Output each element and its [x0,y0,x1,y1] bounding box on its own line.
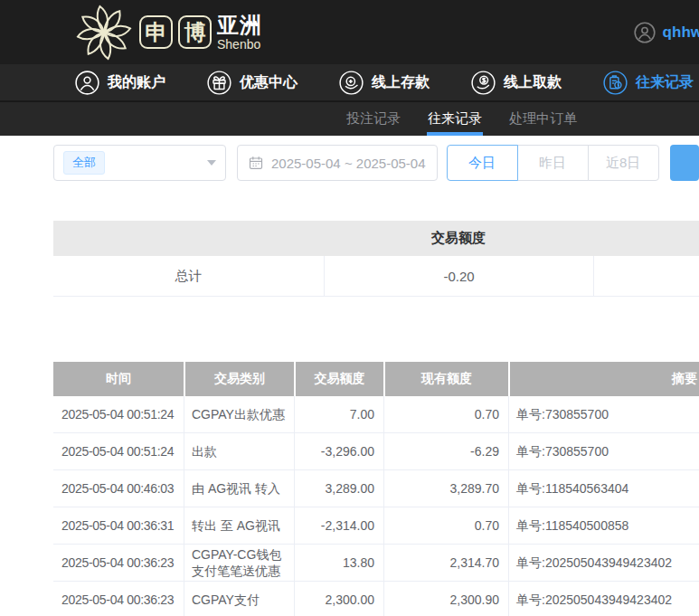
nav-item-promotions[interactable]: 优惠中心 [207,71,298,95]
yesterday-button[interactable]: 昨日 [517,145,589,181]
cell-memo: 单号:118540500858 [508,507,699,545]
cell-balance: -6.29 [383,433,508,470]
cell-memo: 单号:202505043949423402 [508,545,699,582]
logo-char-shen: 申 [139,15,173,49]
last-8-days-button[interactable]: 近8日 [588,145,659,181]
cell-balance: 2,314.70 [383,545,508,582]
cell-time: 2025-05-04 00:51:24 [53,396,184,433]
cell-amount: 7.00 [294,396,383,433]
tab-label: 往来记录 [428,110,482,128]
tab-transaction-records[interactable]: 往来记录 [428,102,482,136]
date-range-value: 2025-05-04 ~ 2025-05-04 [271,156,426,171]
today-button[interactable]: 今日 [447,145,518,181]
cell-type: 转出 至 AG视讯 [184,507,294,545]
cell-type: CGPAY支付 [184,582,294,616]
cell-memo: 单号:730855700 [508,396,699,433]
table-row: 2025-05-04 00:51:24 出款 -3,296.00 -6.29 单… [53,433,699,470]
cell-time: 2025-05-04 00:46:03 [53,470,184,507]
summary-total-row: 总计 -0.20 [53,256,699,297]
cell-balance: 0.70 [383,396,508,433]
deposit-coin-icon [339,71,364,95]
cell-memo: 单号:118540563404 [508,470,699,507]
gift-icon [207,71,231,95]
chevron-down-icon [207,160,216,166]
col-header-type: 交易类别 [184,362,294,396]
main-nav: 我的账户 优惠中心 线上存款 线上取款 [0,64,699,100]
cell-type: 由 AG视讯 转入 [184,470,294,507]
search-button[interactable] [670,145,699,181]
summary-header-empty [593,221,699,256]
cell-amount: 3,289.00 [294,470,383,507]
col-header-amount: 交易额度 [294,362,383,396]
cell-balance: 3,289.70 [383,470,508,507]
col-header-memo: 摘要 [508,362,699,396]
active-tab-underline [427,132,483,136]
cell-amount: -3,296.00 [294,433,383,470]
logo-subtitle: Shenbo [217,38,262,51]
summary-total-value: -0.20 [324,256,593,296]
cell-type: CGPAY出款优惠 [184,396,294,433]
cell-balance: 2,300.90 [383,582,508,616]
summary-header-row: 交易额度 [53,221,699,256]
cell-memo: 单号:202505043949423402 [508,582,699,616]
top-header: 申 博 亚洲 Shenbo qhhw [0,0,699,64]
nav-item-deposit[interactable]: 线上存款 [339,71,430,95]
table-row: 2025-05-04 00:36:23 CGPAY-CG钱包支付笔笔送优惠 13… [53,545,699,582]
sub-nav: 投注记录 往来记录 处理中订单 [0,100,699,136]
nav-label: 往来记录 [636,73,694,92]
summary-empty-cell [593,256,699,296]
tab-betting-records[interactable]: 投注记录 [346,102,401,136]
table-row: 2025-05-04 00:36:23 CGPAY支付 2,300.00 2,3… [53,582,699,616]
user-account[interactable]: qhhw [634,0,699,64]
cell-amount: 2,300.00 [294,582,383,616]
cell-time: 2025-05-04 00:36:23 [53,582,184,616]
nav-item-withdraw[interactable]: 线上取款 [471,71,562,95]
nav-item-my-account[interactable]: 我的账户 [75,71,165,95]
table-row: 2025-05-04 00:36:31 转出 至 AG视讯 -2,314.00 … [53,507,699,545]
table-row: 2025-05-04 00:51:24 CGPAY出款优惠 7.00 0.70 … [53,396,699,433]
tab-label: 处理中订单 [509,110,577,128]
table-header-row: 时间 交易类别 交易额度 现有额度 摘要 [53,362,699,396]
date-range-picker[interactable]: 2025-05-04 ~ 2025-05-04 [237,145,438,181]
type-select[interactable]: 全部 [53,145,226,181]
nav-label: 线上存款 [372,73,430,92]
cell-time: 2025-05-04 00:51:24 [53,433,184,470]
tab-label: 投注记录 [346,110,401,128]
nav-label: 线上取款 [504,73,562,92]
quick-date-buttons: 今日 昨日 近8日 [447,145,659,181]
summary-table: 交易额度 总计 -0.20 [53,221,699,297]
cell-type: 出款 [184,433,294,470]
cell-type: CGPAY-CG钱包支付笔笔送优惠 [184,545,294,582]
summary-header-amount: 交易额度 [324,221,593,256]
cell-memo: 单号:730855700 [508,433,699,470]
brand-logo[interactable]: 申 博 亚洲 Shenbo [76,5,262,61]
selected-type-tag[interactable]: 全部 [63,151,105,175]
withdraw-coin-icon [471,71,496,95]
col-header-balance: 现有额度 [383,362,508,396]
cell-time: 2025-05-04 00:36:23 [53,545,184,582]
logo-region-text: 亚洲 [217,14,262,36]
table-row: 2025-05-04 00:46:03 由 AG视讯 转入 3,289.00 3… [53,470,699,507]
logo-char-bo: 博 [178,15,212,49]
cell-balance: 0.70 [383,507,508,545]
user-avatar-icon [634,22,656,43]
cell-amount: 13.80 [294,545,383,582]
flower-logo-icon [76,5,132,61]
nav-label: 我的账户 [108,73,165,92]
filter-bar: 全部 2025-05-04 ~ 2025-05-04 今日 昨日 近8日 [53,145,699,181]
user-icon [75,71,99,95]
cell-time: 2025-05-04 00:36:31 [53,507,184,545]
calendar-icon [249,156,263,170]
summary-total-label: 总计 [53,256,324,296]
col-header-time: 时间 [53,362,184,396]
records-clipboard-icon [603,71,628,95]
records-table: 时间 交易类别 交易额度 现有额度 摘要 2025-05-04 00:51:24… [53,362,699,616]
nav-item-transaction-records[interactable]: 往来记录 [603,71,694,95]
summary-header-empty [53,221,324,256]
cell-amount: -2,314.00 [294,507,383,545]
tab-processing-orders[interactable]: 处理中订单 [509,102,577,136]
nav-label: 优惠中心 [240,73,298,92]
username: qhhw [663,24,699,42]
